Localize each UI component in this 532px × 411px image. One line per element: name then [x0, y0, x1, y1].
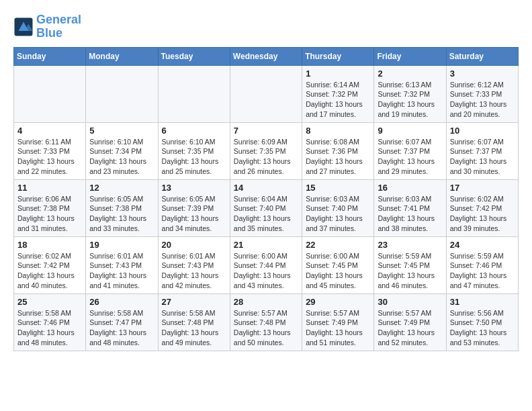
day-info: Sunrise: 6:13 AM Sunset: 7:32 PM Dayligh…	[378, 80, 442, 120]
calendar-cell: 18Sunrise: 6:02 AM Sunset: 7:42 PM Dayli…	[14, 236, 86, 293]
calendar-cell: 7Sunrise: 6:09 AM Sunset: 7:35 PM Daylig…	[230, 122, 302, 179]
calendar-cell: 30Sunrise: 5:57 AM Sunset: 7:49 PM Dayli…	[374, 293, 446, 351]
calendar-cell: 19Sunrise: 6:01 AM Sunset: 7:43 PM Dayli…	[86, 236, 158, 293]
calendar-cell: 23Sunrise: 5:59 AM Sunset: 7:45 PM Dayli…	[374, 236, 446, 293]
logo: GeneralBlue	[13, 13, 81, 40]
calendar-cell: 20Sunrise: 6:01 AM Sunset: 7:43 PM Dayli…	[158, 236, 230, 293]
day-number: 29	[306, 297, 370, 307]
day-number: 4	[17, 126, 82, 136]
day-number: 3	[450, 68, 515, 79]
day-info: Sunrise: 6:01 AM Sunset: 7:43 PM Dayligh…	[162, 251, 226, 291]
logo-text: GeneralBlue	[36, 13, 81, 40]
day-info: Sunrise: 6:14 AM Sunset: 7:32 PM Dayligh…	[306, 80, 370, 120]
day-info: Sunrise: 6:03 AM Sunset: 7:41 PM Dayligh…	[378, 194, 442, 234]
calendar-cell: 15Sunrise: 6:03 AM Sunset: 7:40 PM Dayli…	[302, 179, 374, 236]
day-info: Sunrise: 6:11 AM Sunset: 7:33 PM Dayligh…	[17, 137, 82, 177]
day-number: 15	[306, 183, 370, 193]
calendar-cell: 6Sunrise: 6:10 AM Sunset: 7:35 PM Daylig…	[158, 122, 230, 179]
day-number: 12	[89, 183, 154, 193]
calendar-cell: 21Sunrise: 6:00 AM Sunset: 7:44 PM Dayli…	[230, 236, 302, 293]
day-info: Sunrise: 6:09 AM Sunset: 7:35 PM Dayligh…	[234, 137, 298, 177]
calendar-header: SundayMondayTuesdayWednesdayThursdayFrid…	[14, 47, 519, 65]
weekday-header: Wednesday	[230, 47, 302, 65]
calendar-cell	[158, 65, 230, 122]
day-number: 23	[378, 240, 442, 250]
day-info: Sunrise: 6:08 AM Sunset: 7:36 PM Dayligh…	[306, 137, 370, 177]
calendar-cell: 26Sunrise: 5:58 AM Sunset: 7:47 PM Dayli…	[86, 293, 158, 351]
logo-icon	[13, 17, 34, 37]
calendar-cell: 16Sunrise: 6:03 AM Sunset: 7:41 PM Dayli…	[374, 179, 446, 236]
day-info: Sunrise: 5:57 AM Sunset: 7:48 PM Dayligh…	[234, 308, 298, 348]
calendar-cell: 28Sunrise: 5:57 AM Sunset: 7:48 PM Dayli…	[230, 293, 302, 351]
calendar-cell: 29Sunrise: 5:57 AM Sunset: 7:49 PM Dayli…	[302, 293, 374, 351]
day-info: Sunrise: 6:04 AM Sunset: 7:40 PM Dayligh…	[234, 194, 298, 234]
day-number: 20	[162, 240, 226, 250]
day-info: Sunrise: 6:02 AM Sunset: 7:42 PM Dayligh…	[450, 194, 515, 234]
day-info: Sunrise: 5:58 AM Sunset: 7:48 PM Dayligh…	[162, 308, 226, 348]
day-number: 2	[378, 68, 442, 79]
day-info: Sunrise: 5:59 AM Sunset: 7:46 PM Dayligh…	[450, 251, 515, 291]
calendar-cell: 1Sunrise: 6:14 AM Sunset: 7:32 PM Daylig…	[302, 65, 374, 122]
calendar-cell: 25Sunrise: 5:58 AM Sunset: 7:46 PM Dayli…	[14, 293, 86, 351]
day-info: Sunrise: 5:57 AM Sunset: 7:49 PM Dayligh…	[378, 308, 442, 348]
day-number: 25	[17, 297, 82, 307]
day-number: 7	[234, 126, 298, 136]
day-number: 9	[378, 126, 442, 136]
day-number: 16	[378, 183, 442, 193]
day-info: Sunrise: 5:58 AM Sunset: 7:47 PM Dayligh…	[89, 308, 154, 348]
weekday-header: Saturday	[446, 47, 518, 65]
calendar-cell: 14Sunrise: 6:04 AM Sunset: 7:40 PM Dayli…	[230, 179, 302, 236]
weekday-header: Sunday	[14, 47, 86, 65]
day-info: Sunrise: 6:03 AM Sunset: 7:40 PM Dayligh…	[306, 194, 370, 234]
day-number: 13	[162, 183, 226, 193]
calendar-body: 1Sunrise: 6:14 AM Sunset: 7:32 PM Daylig…	[14, 65, 519, 351]
weekday-header: Thursday	[302, 47, 374, 65]
calendar-cell	[14, 65, 86, 122]
calendar-cell: 2Sunrise: 6:13 AM Sunset: 7:32 PM Daylig…	[374, 65, 446, 122]
calendar-cell: 9Sunrise: 6:07 AM Sunset: 7:37 PM Daylig…	[374, 122, 446, 179]
day-number: 21	[234, 240, 298, 250]
day-number: 5	[89, 126, 154, 136]
day-info: Sunrise: 5:59 AM Sunset: 7:45 PM Dayligh…	[378, 251, 442, 291]
calendar-cell: 5Sunrise: 6:10 AM Sunset: 7:34 PM Daylig…	[86, 122, 158, 179]
day-number: 22	[306, 240, 370, 250]
calendar-cell	[230, 65, 302, 122]
calendar-cell: 4Sunrise: 6:11 AM Sunset: 7:33 PM Daylig…	[14, 122, 86, 179]
day-number: 30	[378, 297, 442, 307]
weekday-header: Monday	[86, 47, 158, 65]
calendar-cell	[86, 65, 158, 122]
day-info: Sunrise: 6:01 AM Sunset: 7:43 PM Dayligh…	[89, 251, 154, 291]
day-info: Sunrise: 6:06 AM Sunset: 7:38 PM Dayligh…	[17, 194, 82, 234]
day-info: Sunrise: 6:00 AM Sunset: 7:44 PM Dayligh…	[234, 251, 298, 291]
calendar-cell: 3Sunrise: 6:12 AM Sunset: 7:33 PM Daylig…	[446, 65, 518, 122]
day-info: Sunrise: 5:57 AM Sunset: 7:49 PM Dayligh…	[306, 308, 370, 348]
day-number: 24	[450, 240, 515, 250]
day-number: 26	[89, 297, 154, 307]
day-number: 31	[450, 297, 515, 307]
calendar-cell: 22Sunrise: 6:00 AM Sunset: 7:45 PM Dayli…	[302, 236, 374, 293]
day-info: Sunrise: 6:07 AM Sunset: 7:37 PM Dayligh…	[450, 137, 515, 177]
calendar-table: SundayMondayTuesdayWednesdayThursdayFrid…	[13, 47, 519, 351]
calendar-cell: 17Sunrise: 6:02 AM Sunset: 7:42 PM Dayli…	[446, 179, 518, 236]
day-info: Sunrise: 6:05 AM Sunset: 7:39 PM Dayligh…	[162, 194, 226, 234]
day-number: 8	[306, 126, 370, 136]
day-number: 14	[234, 183, 298, 193]
weekday-header: Tuesday	[158, 47, 230, 65]
day-number: 1	[306, 68, 370, 79]
day-number: 17	[450, 183, 515, 193]
day-number: 11	[17, 183, 82, 193]
weekday-header: Friday	[374, 47, 446, 65]
day-info: Sunrise: 5:56 AM Sunset: 7:50 PM Dayligh…	[450, 308, 515, 348]
calendar-cell: 8Sunrise: 6:08 AM Sunset: 7:36 PM Daylig…	[302, 122, 374, 179]
calendar-cell: 12Sunrise: 6:05 AM Sunset: 7:38 PM Dayli…	[86, 179, 158, 236]
calendar-cell: 11Sunrise: 6:06 AM Sunset: 7:38 PM Dayli…	[14, 179, 86, 236]
calendar-cell: 13Sunrise: 6:05 AM Sunset: 7:39 PM Dayli…	[158, 179, 230, 236]
day-info: Sunrise: 6:10 AM Sunset: 7:34 PM Dayligh…	[89, 137, 154, 177]
day-info: Sunrise: 6:07 AM Sunset: 7:37 PM Dayligh…	[378, 137, 442, 177]
calendar-cell: 27Sunrise: 5:58 AM Sunset: 7:48 PM Dayli…	[158, 293, 230, 351]
day-number: 19	[89, 240, 154, 250]
day-info: Sunrise: 6:00 AM Sunset: 7:45 PM Dayligh…	[306, 251, 370, 291]
day-number: 10	[450, 126, 515, 136]
day-info: Sunrise: 6:05 AM Sunset: 7:38 PM Dayligh…	[89, 194, 154, 234]
day-number: 18	[17, 240, 82, 250]
